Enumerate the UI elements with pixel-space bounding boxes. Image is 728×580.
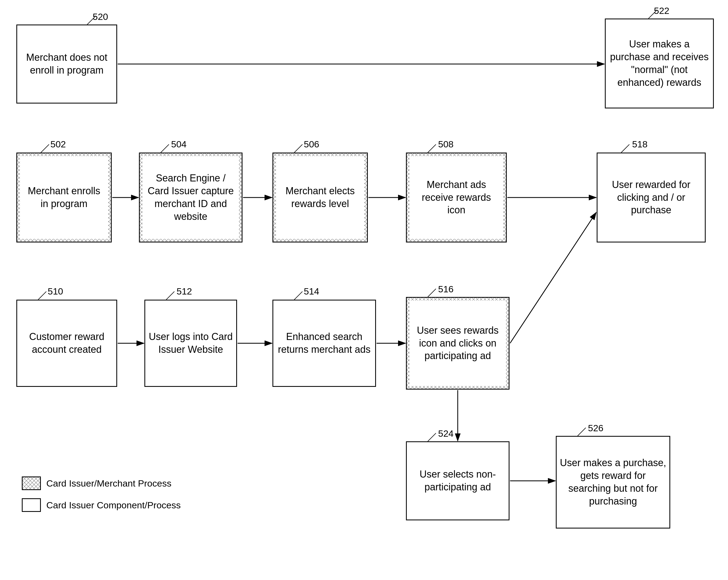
legend-hatched-swatch	[22, 476, 41, 490]
ref-506: 506	[304, 139, 319, 150]
box-514: Enhanced search returns merchant ads	[272, 300, 376, 387]
box-516-inner: User sees rewards icon and clicks on par…	[410, 300, 506, 386]
box-516: User sees rewards icon and clicks on par…	[406, 297, 510, 390]
ref-524: 524	[438, 428, 453, 439]
box-508-label: Merchant ads receive rewards icon	[414, 179, 499, 217]
tick-510	[38, 291, 46, 300]
box-522-label: User makes a purchase and receives "norm…	[608, 38, 710, 89]
box-502-label: Merchant enrolls in program	[24, 185, 104, 210]
box-506-label: Merchant elects rewards level	[280, 185, 360, 210]
ref-516: 516	[438, 284, 453, 294]
box-512: User logs into Card Issuer Website	[145, 300, 237, 387]
box-516-label: User sees rewards icon and clicks on par…	[414, 324, 501, 362]
legend-plain-swatch	[22, 498, 41, 512]
box-524: User selects non-participating ad	[406, 441, 510, 520]
arrow-516-to-518	[510, 212, 596, 343]
ref-504: 504	[171, 139, 187, 150]
box-524-label: User selects non-participating ad	[410, 468, 506, 494]
tick-502	[41, 144, 49, 153]
ref-518: 518	[632, 139, 648, 150]
legend-hatched-label: Card Issuer/Merchant Process	[46, 478, 172, 489]
tick-516	[428, 289, 436, 297]
ref-502: 502	[50, 139, 66, 150]
tick-504	[161, 144, 169, 153]
box-514-label: Enhanced search returns merchant ads	[276, 331, 372, 356]
ref-514: 514	[304, 286, 319, 297]
box-504-inner: Search Engine / Card Issuer capture merc…	[142, 156, 239, 239]
box-504: Search Engine / Card Issuer capture merc…	[139, 153, 242, 242]
box-518: User rewarded for clicking and / or purc…	[597, 153, 706, 242]
box-512-label: User logs into Card Issuer Website	[148, 331, 234, 356]
box-506-inner: Merchant elects rewards level	[276, 156, 364, 239]
tick-526	[578, 428, 586, 436]
box-508-inner: Merchant ads receive rewards icon	[410, 156, 503, 239]
tick-512	[166, 291, 174, 300]
ref-520: 520	[93, 11, 108, 22]
legend-hatched-item: Card Issuer/Merchant Process	[22, 476, 181, 490]
box-502-inner: Merchant enrolls in program	[20, 156, 108, 239]
box-510-label: Customer reward account created	[20, 331, 113, 356]
ref-508: 508	[438, 139, 453, 150]
legend: Card Issuer/Merchant Process Card Issuer…	[22, 476, 181, 520]
box-502: Merchant enrolls in program	[16, 153, 112, 242]
tick-508	[428, 144, 436, 153]
ref-522: 522	[654, 5, 670, 16]
tick-524	[428, 433, 436, 441]
ref-510: 510	[48, 286, 63, 297]
box-506: Merchant elects rewards level	[272, 153, 368, 242]
ref-512: 512	[177, 286, 192, 297]
box-526: User makes a purchase, gets reward for s…	[556, 436, 670, 528]
legend-plain-item: Card Issuer Component/Process	[22, 498, 181, 512]
box-504-label: Search Engine / Card Issuer capture merc…	[147, 172, 235, 223]
legend-plain-label: Card Issuer Component/Process	[46, 500, 181, 510]
tick-506	[294, 144, 303, 153]
box-520-label: Merchant does not enroll in program	[20, 51, 113, 77]
box-522: User makes a purchase and receives "norm…	[605, 19, 714, 108]
box-508: Merchant ads receive rewards icon	[406, 153, 507, 242]
box-510: Customer reward account created	[16, 300, 117, 387]
box-518-label: User rewarded for clicking and / or purc…	[600, 179, 702, 217]
box-526-label: User makes a purchase, gets reward for s…	[560, 456, 667, 507]
tick-518	[621, 144, 629, 153]
diagram: 520 522 502 504 506 508 518 510 512 514 …	[0, 0, 728, 580]
box-520: Merchant does not enroll in program	[16, 25, 117, 104]
tick-514	[294, 291, 303, 300]
ref-526: 526	[588, 423, 603, 433]
